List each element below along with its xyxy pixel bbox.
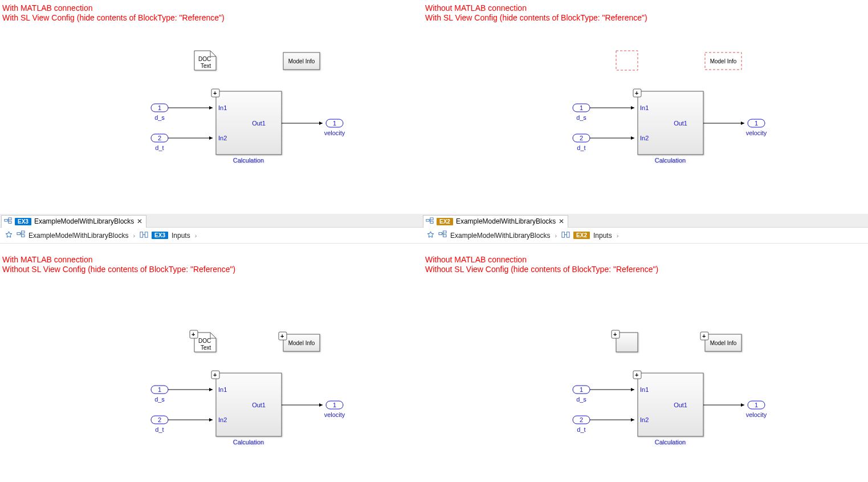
expand-icon[interactable]: + bbox=[700, 332, 708, 340]
simulink-diagram[interactable]: DOC Text + Model Info + In1 In2 Out1 bbox=[0, 244, 422, 482]
svg-text:+: + bbox=[280, 333, 284, 339]
svg-text:1: 1 bbox=[158, 386, 161, 393]
model-tab[interactable]: EX3 ExampleModelWithLibraryBlocks ✕ bbox=[1, 215, 146, 228]
close-icon[interactable]: ✕ bbox=[137, 217, 142, 225]
inport-1[interactable]: 1 d_s bbox=[573, 386, 590, 403]
model-icon bbox=[426, 217, 434, 225]
expand-icon[interactable]: + bbox=[633, 89, 641, 97]
inport-2[interactable]: 2 d_t bbox=[151, 134, 168, 151]
svg-text:Text: Text bbox=[201, 345, 211, 351]
svg-text:1: 1 bbox=[755, 402, 758, 408]
expand-icon[interactable]: + bbox=[211, 371, 219, 379]
svg-rect-1 bbox=[216, 91, 282, 155]
outport1-num: 1 bbox=[333, 120, 336, 127]
model-tab[interactable]: EX2 ExampleModelWithLibraryBlocks ✕ bbox=[423, 215, 568, 228]
svg-text:+: + bbox=[702, 333, 706, 339]
svg-text:In1: In1 bbox=[640, 386, 649, 393]
breadcrumb-root[interactable]: ExampleModelWithLibraryBlocks bbox=[450, 232, 550, 240]
svg-marker-60 bbox=[319, 403, 323, 407]
calc-label: Calculation bbox=[655, 157, 686, 164]
svg-rect-64 bbox=[439, 232, 442, 234]
port-in1: In1 bbox=[218, 104, 227, 111]
svg-text:1: 1 bbox=[580, 104, 583, 111]
svg-text:Out1: Out1 bbox=[252, 402, 266, 408]
svg-text:In2: In2 bbox=[640, 416, 649, 423]
pane-top-right: Without MATLAB connection With SL View C… bbox=[422, 0, 868, 214]
simulink-diagram[interactable]: + Model Info + In1 In2 Out1 Calculation bbox=[422, 244, 868, 482]
inport-1[interactable]: 1 d_s bbox=[151, 386, 168, 403]
model-tag: EX2 bbox=[437, 218, 453, 225]
tab-label: ExampleModelWithLibraryBlocks bbox=[34, 217, 134, 225]
svg-text:d_t: d_t bbox=[577, 144, 585, 151]
subsystem-icon bbox=[561, 230, 570, 241]
svg-text:+: + bbox=[191, 331, 195, 338]
model-info-block[interactable]: Model Info bbox=[283, 52, 320, 70]
inport-2[interactable]: 2 d_t bbox=[151, 416, 168, 433]
svg-text:d_s: d_s bbox=[576, 114, 586, 121]
svg-marker-25 bbox=[741, 121, 744, 125]
outport-1[interactable]: 1 velocity bbox=[324, 119, 345, 136]
svg-text:+: + bbox=[213, 371, 217, 378]
inport-1[interactable]: 1 d_s bbox=[151, 104, 168, 121]
svg-text:Model Info: Model Info bbox=[710, 340, 737, 346]
inport-1[interactable]: 1 d_s bbox=[573, 104, 590, 121]
calculation-block[interactable]: In1 In2 Out1 Calculation bbox=[638, 373, 703, 445]
doc-block[interactable]: DOC Text bbox=[194, 51, 216, 70]
doc-text-line: DOC bbox=[198, 56, 211, 62]
svg-text:+: + bbox=[635, 90, 638, 96]
doc-block-empty[interactable] bbox=[616, 51, 638, 70]
svg-rect-67 bbox=[562, 232, 565, 237]
close-icon[interactable]: ✕ bbox=[559, 217, 564, 225]
port-in1: In1 bbox=[640, 104, 649, 111]
svg-rect-28 bbox=[9, 221, 11, 224]
inport-2[interactable]: 2 d_t bbox=[573, 134, 590, 151]
favorite-icon[interactable] bbox=[426, 230, 435, 241]
model-icon bbox=[4, 217, 12, 225]
model-info-block-empty[interactable]: Model Info bbox=[705, 52, 741, 70]
calculation-block[interactable]: In1 In2 Out1 Calculation bbox=[638, 91, 703, 164]
svg-text:+: + bbox=[213, 90, 217, 96]
outport-1[interactable]: 1 velocity bbox=[746, 401, 767, 418]
inport-2[interactable]: 2 d_t bbox=[573, 416, 590, 433]
calculation-block[interactable]: In1 In2 Out1 Calculation bbox=[216, 91, 282, 164]
calculation-block[interactable]: In1 In2 Out1 Calculation bbox=[216, 373, 282, 445]
svg-rect-27 bbox=[9, 218, 11, 220]
svg-rect-32 bbox=[140, 232, 143, 237]
chevron-right-icon: › bbox=[553, 232, 558, 239]
expand-icon[interactable]: + bbox=[190, 330, 198, 338]
subsystem-icon bbox=[140, 230, 148, 241]
model-info-block[interactable]: Model Info bbox=[283, 334, 320, 351]
svg-text:velocity: velocity bbox=[324, 411, 345, 418]
svg-rect-26 bbox=[5, 220, 7, 222]
port-in2: In2 bbox=[218, 135, 227, 141]
svg-rect-65 bbox=[443, 230, 446, 233]
model-info-block[interactable]: Model Info bbox=[705, 334, 741, 351]
port-out1: Out1 bbox=[674, 120, 687, 127]
simulink-diagram[interactable]: Model Info In1 In2 Out1 Calculation + 1 … bbox=[422, 0, 868, 214]
outport-1[interactable]: 1 velocity bbox=[324, 401, 345, 418]
expand-icon[interactable]: + bbox=[279, 332, 287, 340]
svg-text:2: 2 bbox=[580, 135, 583, 141]
expand-icon[interactable]: + bbox=[211, 89, 219, 97]
expand-icon[interactable]: + bbox=[612, 330, 620, 338]
inport1-num: 1 bbox=[158, 104, 161, 111]
breadcrumb-leaf[interactable]: Inputs bbox=[172, 232, 190, 240]
doc-text-line: Text bbox=[201, 63, 211, 69]
favorite-icon[interactable] bbox=[5, 230, 13, 241]
simulink-diagram[interactable]: DOC Text Model Info In1 In2 Out1 Calcula… bbox=[0, 0, 422, 214]
breadcrumb-leaf[interactable]: Inputs bbox=[593, 232, 612, 240]
svg-rect-33 bbox=[145, 232, 148, 237]
svg-text:Model Info: Model Info bbox=[288, 340, 315, 346]
svg-rect-29 bbox=[17, 232, 21, 234]
tab-label: ExampleModelWithLibraryBlocks bbox=[456, 217, 556, 225]
svg-marker-9 bbox=[319, 121, 323, 125]
svg-marker-24 bbox=[631, 136, 634, 140]
svg-marker-7 bbox=[209, 106, 213, 110]
breadcrumb-tag: EX2 bbox=[573, 232, 590, 239]
outport-1[interactable]: 1 velocity bbox=[746, 119, 767, 136]
breadcrumb-root[interactable]: ExampleModelWithLibraryBlocks bbox=[28, 232, 128, 240]
svg-text:d_s: d_s bbox=[576, 396, 586, 403]
expand-icon[interactable]: + bbox=[633, 371, 641, 379]
svg-text:Calculation: Calculation bbox=[233, 439, 264, 445]
svg-text:+: + bbox=[635, 371, 638, 378]
